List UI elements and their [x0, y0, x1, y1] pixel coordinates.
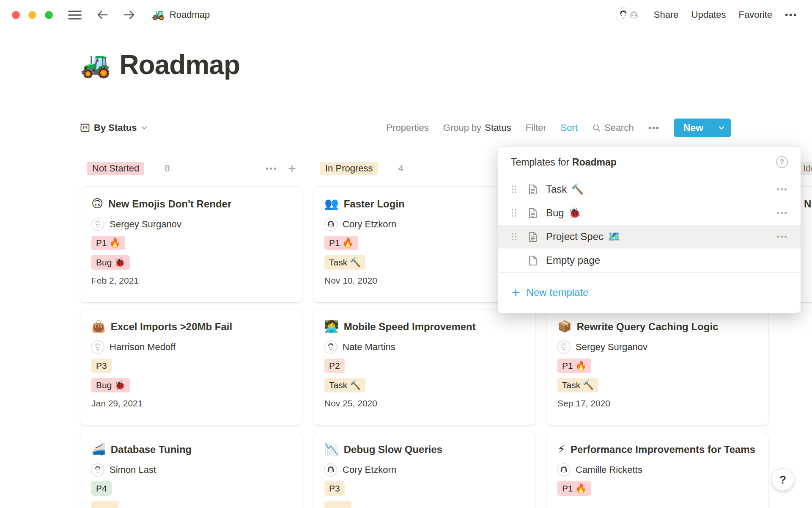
- assignee-name: Sergey Surganov: [576, 342, 647, 353]
- assignee-name: Simon Last: [110, 464, 156, 475]
- card[interactable]: 🙃 New Emojis Don't Render Sergey Surgano…: [80, 187, 302, 302]
- card-emoji-icon: 👥: [324, 197, 339, 211]
- template-label: Empty page: [546, 254, 600, 266]
- card[interactable]: ⚡ Performance Improvements for Teams Cam…: [546, 432, 768, 508]
- avatar: [324, 464, 337, 476]
- breadcrumb[interactable]: 🚜 Roadmap: [152, 9, 210, 21]
- card-title: Mobile Speed Improvement: [344, 320, 476, 334]
- page-icon: [527, 184, 538, 195]
- drag-handle-icon[interactable]: [511, 208, 519, 218]
- filter-button[interactable]: Filter: [526, 122, 546, 133]
- search-button[interactable]: Search: [592, 122, 634, 133]
- traffic-lights: [12, 11, 53, 19]
- card-date: Nov 10, 2020: [324, 276, 524, 286]
- card[interactable]: 🚄 Database Tuning Simon Last P4: [80, 432, 302, 508]
- template-item-project-spec[interactable]: Project Spec 🗺️ •••: [498, 225, 801, 248]
- new-button[interactable]: New: [674, 119, 731, 137]
- card-emoji-icon: 📦: [557, 320, 572, 334]
- template-label: Project Spec: [546, 231, 604, 243]
- app-window: 🚜 Roadmap Share Updates Favorite ••• 🚜 R…: [0, 0, 812, 508]
- updates-button[interactable]: Updates: [691, 9, 726, 20]
- collaborator-avatars[interactable]: [616, 8, 641, 22]
- view-name: By Status: [94, 122, 137, 133]
- card[interactable]: 📉 Debug Slow Queries Cory Etzkorn P3: [313, 432, 535, 508]
- page-header: 🚜 Roadmap: [80, 49, 240, 80]
- more-icon[interactable]: •••: [776, 208, 788, 218]
- forward-arrow-icon[interactable]: [123, 8, 136, 21]
- chevron-down-icon: [141, 124, 148, 131]
- card-emoji-icon: 📉: [324, 442, 339, 457]
- avatar: [91, 341, 104, 353]
- priority-badge: P1 🔥: [557, 359, 591, 373]
- assignee-name: Harrison Medoff: [110, 342, 176, 353]
- type-badge: [324, 501, 351, 508]
- board-view-icon: [80, 123, 90, 133]
- new-template-button[interactable]: + New template: [498, 273, 801, 312]
- back-arrow-icon[interactable]: [96, 8, 109, 21]
- share-button[interactable]: Share: [654, 9, 679, 20]
- card[interactable]: 📦 Rewrite Query Caching Logic Sergey Sur…: [546, 309, 768, 425]
- avatar: [91, 464, 104, 476]
- more-icon[interactable]: •••: [776, 232, 788, 242]
- favorite-button[interactable]: Favorite: [739, 9, 772, 20]
- card-date: Sep 17, 2020: [557, 398, 757, 409]
- group-by-button[interactable]: Group byStatus: [443, 122, 511, 133]
- column-status-badge[interactable]: In Progress: [320, 162, 378, 175]
- card-date: Jan 29, 2021: [91, 398, 291, 409]
- avatar: [324, 341, 337, 353]
- priority-badge: P3: [91, 359, 112, 373]
- ladybug-emoji-icon: 🐞: [568, 207, 581, 219]
- popup-title-name: Roadmap: [572, 157, 617, 168]
- card-date: Feb 2, 2021: [91, 276, 291, 286]
- chevron-down-icon[interactable]: [712, 119, 731, 137]
- assignee-name: Camille Ricketts: [576, 464, 642, 475]
- column-count: 8: [165, 163, 170, 174]
- type-badge: Bug 🐞: [91, 378, 130, 392]
- template-item-bug[interactable]: Bug 🐞 •••: [498, 201, 801, 225]
- card-emoji-icon: ⚡: [557, 442, 565, 457]
- minimize-window-button[interactable]: [28, 11, 36, 19]
- search-icon: [592, 124, 601, 133]
- card[interactable]: 👜 Excel Imports >20Mb Fail Harrison Medo…: [80, 309, 302, 425]
- view-switcher[interactable]: By Status: [80, 122, 148, 133]
- priority-badge: P1 🔥: [91, 236, 125, 250]
- card-emoji-icon: 👩‍💻: [324, 320, 339, 334]
- priority-badge: P1 🔥: [557, 481, 591, 496]
- card-title: Debug Slow Queries: [344, 442, 442, 457]
- page-emoji-icon[interactable]: 🚜: [80, 52, 111, 77]
- window-topbar: 🚜 Roadmap Share Updates Favorite •••: [0, 0, 812, 30]
- help-button[interactable]: ?: [772, 469, 794, 491]
- zoom-window-button[interactable]: [45, 11, 53, 19]
- assignee-name: Sergey Surganov: [110, 219, 181, 230]
- template-item-task[interactable]: Task 🔨 •••: [498, 177, 801, 201]
- hammer-emoji-icon: 🔨: [571, 183, 584, 195]
- close-window-button[interactable]: [12, 11, 20, 19]
- template-item-empty-page[interactable]: Empty page: [498, 248, 801, 272]
- more-icon[interactable]: •••: [648, 123, 660, 133]
- column-status-badge[interactable]: Not Started: [87, 162, 144, 175]
- sort-button[interactable]: Sort: [561, 122, 578, 133]
- column-header: Not Started 8 ••• +: [80, 162, 302, 175]
- drag-handle-icon[interactable]: [511, 232, 519, 241]
- sidebar-menu-icon[interactable]: [68, 11, 82, 19]
- properties-button[interactable]: Properties: [387, 122, 429, 133]
- priority-badge: P4: [91, 481, 112, 496]
- card-title: N: [804, 197, 811, 212]
- page-title[interactable]: Roadmap: [119, 49, 240, 80]
- breadcrumb-title: Roadmap: [170, 9, 210, 20]
- avatar: [627, 8, 641, 22]
- avatar: [324, 218, 337, 231]
- more-icon[interactable]: •••: [776, 185, 788, 194]
- popup-header: Templates for Roadmap ?: [498, 147, 801, 177]
- card-title: Database Tuning: [111, 442, 192, 457]
- avatar: [91, 218, 104, 231]
- more-icon[interactable]: •••: [785, 10, 798, 20]
- assignee-name: Nate Martins: [343, 342, 395, 353]
- column-more-icon[interactable]: •••: [266, 164, 277, 174]
- help-icon[interactable]: ?: [776, 156, 788, 168]
- column-add-icon[interactable]: +: [288, 162, 296, 175]
- plus-icon: +: [512, 286, 520, 299]
- card[interactable]: 👩‍💻 Mobile Speed Improvement Nate Martin…: [313, 309, 535, 425]
- drag-handle-icon[interactable]: [511, 185, 519, 194]
- priority-badge: P2: [324, 359, 345, 373]
